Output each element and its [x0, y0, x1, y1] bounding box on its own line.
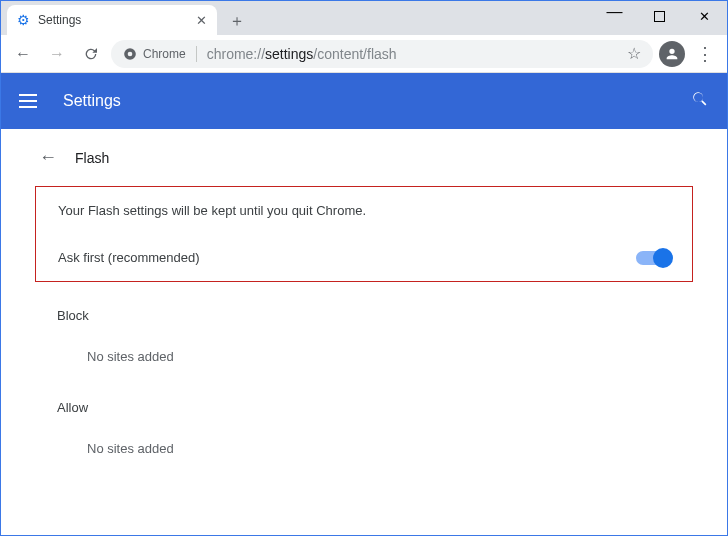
reload-icon — [83, 46, 99, 62]
search-icon[interactable] — [691, 90, 709, 113]
ask-first-toggle[interactable] — [636, 251, 670, 265]
ask-first-row: Ask first (recommended) — [36, 234, 692, 281]
window-maximize-button[interactable] — [637, 1, 682, 31]
ask-first-label: Ask first (recommended) — [58, 250, 636, 265]
window-controls: — ✕ — [592, 1, 727, 31]
browser-tab[interactable]: ⚙ Settings ✕ — [7, 5, 217, 35]
flash-notice-row: Your Flash settings will be kept until y… — [36, 187, 692, 234]
omnibox-divider — [196, 46, 197, 62]
tabstrip: ⚙ Settings ✕ ＋ — [1, 1, 592, 35]
gear-icon: ⚙ — [17, 12, 30, 28]
new-tab-button[interactable]: ＋ — [223, 7, 251, 35]
svg-rect-0 — [655, 11, 665, 21]
svg-point-2 — [128, 51, 133, 56]
allow-section-heading: Allow — [21, 374, 707, 423]
maximize-icon — [654, 11, 665, 22]
chrome-icon — [123, 47, 137, 61]
url-text: chrome://settings/content/flash — [207, 46, 397, 62]
block-empty-text: No sites added — [21, 331, 707, 374]
settings-app-title: Settings — [63, 92, 691, 110]
person-icon — [664, 46, 680, 62]
window-close-button[interactable]: ✕ — [682, 1, 727, 31]
site-identity: Chrome — [123, 47, 186, 61]
omnibox[interactable]: Chrome chrome://settings/content/flash ☆ — [111, 40, 653, 68]
tab-title: Settings — [38, 13, 188, 27]
browser-menu-button[interactable]: ⋮ — [691, 43, 719, 65]
settings-content: ← Flash Your Flash settings will be kept… — [1, 129, 727, 466]
menu-icon[interactable] — [19, 89, 43, 113]
nav-forward-button[interactable]: → — [43, 40, 71, 68]
toggle-knob — [653, 248, 673, 268]
window-minimize-button[interactable]: — — [592, 0, 637, 27]
browser-toolbar: ← → Chrome chrome://settings/content/fla… — [1, 35, 727, 73]
highlight-box: Your Flash settings will be kept until y… — [35, 186, 693, 282]
block-section-heading: Block — [21, 282, 707, 331]
page-subheader: ← Flash — [21, 129, 707, 186]
bookmark-star-icon[interactable]: ☆ — [627, 44, 641, 63]
page-title: Flash — [75, 150, 109, 166]
close-tab-icon[interactable]: ✕ — [196, 14, 207, 27]
nav-back-button[interactable]: ← — [9, 40, 37, 68]
profile-avatar-button[interactable] — [659, 41, 685, 67]
back-arrow-icon[interactable]: ← — [39, 147, 57, 168]
flash-notice-text: Your Flash settings will be kept until y… — [58, 203, 670, 218]
settings-app-header: Settings — [1, 73, 727, 129]
site-identity-label: Chrome — [143, 47, 186, 61]
allow-empty-text: No sites added — [21, 423, 707, 466]
reload-button[interactable] — [77, 40, 105, 68]
window-titlebar: ⚙ Settings ✕ ＋ — ✕ — [1, 1, 727, 35]
